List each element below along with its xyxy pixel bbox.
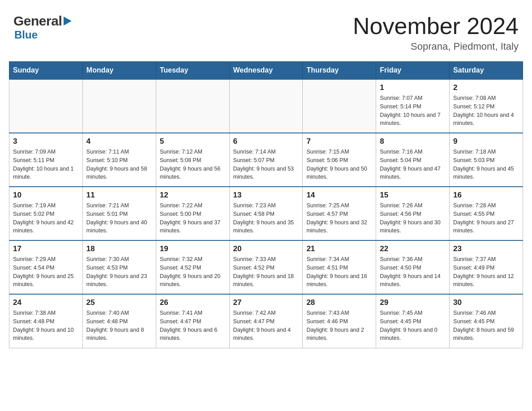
page-header: General Blue November 2024 Soprana, Pied… [9,9,523,52]
calendar-cell: 3Sunrise: 7:09 AMSunset: 5:11 PMDaylight… [9,133,83,187]
day-number: 30 [453,298,519,307]
day-info: Sunrise: 7:34 AMSunset: 4:51 PMDaylight:… [306,255,372,289]
calendar-cell: 17Sunrise: 7:29 AMSunset: 4:54 PMDayligh… [9,240,83,294]
calendar-table: SundayMondayTuesdayWednesdayThursdayFrid… [9,61,523,348]
day-info: Sunrise: 7:09 AMSunset: 5:11 PMDaylight:… [13,148,79,181]
day-number: 28 [306,298,372,307]
calendar-cell: 26Sunrise: 7:41 AMSunset: 4:47 PMDayligh… [156,294,229,348]
calendar-cell: 9Sunrise: 7:18 AMSunset: 5:03 PMDaylight… [450,133,523,187]
calendar-cell: 23Sunrise: 7:37 AMSunset: 4:49 PMDayligh… [450,240,523,294]
week-row: 1Sunrise: 7:07 AMSunset: 5:14 PMDaylight… [9,79,523,133]
calendar-cell: 13Sunrise: 7:23 AMSunset: 4:58 PMDayligh… [229,187,303,240]
day-number: 23 [453,244,519,253]
day-number: 25 [86,298,152,307]
day-number: 21 [306,244,372,253]
calendar-cell: 16Sunrise: 7:28 AMSunset: 4:55 PMDayligh… [450,187,523,240]
day-info: Sunrise: 7:40 AMSunset: 4:48 PMDaylight:… [86,309,152,342]
day-number: 2 [453,83,519,92]
day-info: Sunrise: 7:23 AMSunset: 4:58 PMDaylight:… [233,201,299,235]
day-info: Sunrise: 7:19 AMSunset: 5:02 PMDaylight:… [13,201,79,235]
calendar-cell [229,79,303,133]
day-info: Sunrise: 7:41 AMSunset: 4:47 PMDaylight:… [160,309,226,342]
day-info: Sunrise: 7:22 AMSunset: 5:00 PMDaylight:… [160,201,226,235]
calendar-cell: 18Sunrise: 7:30 AMSunset: 4:53 PMDayligh… [82,240,156,294]
day-info: Sunrise: 7:45 AMSunset: 4:45 PMDaylight:… [380,309,446,342]
day-info: Sunrise: 7:21 AMSunset: 5:01 PMDaylight:… [86,201,152,235]
day-info: Sunrise: 7:11 AMSunset: 5:10 PMDaylight:… [86,148,152,181]
title-area: November 2024 Soprana, Piedmont, Italy [353,13,519,52]
calendar-cell: 14Sunrise: 7:25 AMSunset: 4:57 PMDayligh… [303,187,376,240]
week-row: 10Sunrise: 7:19 AMSunset: 5:02 PMDayligh… [9,187,523,240]
day-number: 24 [13,298,79,307]
calendar-cell: 29Sunrise: 7:45 AMSunset: 4:45 PMDayligh… [376,294,450,348]
day-info: Sunrise: 7:29 AMSunset: 4:54 PMDaylight:… [13,255,79,289]
weekday-header: Saturday [450,62,523,80]
day-number: 14 [306,191,372,200]
day-number: 12 [160,191,226,200]
day-number: 6 [233,137,299,146]
calendar-cell [9,79,83,133]
day-number: 9 [453,137,519,146]
logo-blue-text: Blue [14,29,38,41]
calendar-cell: 4Sunrise: 7:11 AMSunset: 5:10 PMDaylight… [82,133,156,187]
day-info: Sunrise: 7:30 AMSunset: 4:53 PMDaylight:… [86,255,152,289]
calendar-cell [156,79,229,133]
calendar-cell: 25Sunrise: 7:40 AMSunset: 4:48 PMDayligh… [82,294,156,348]
calendar-cell: 27Sunrise: 7:42 AMSunset: 4:47 PMDayligh… [229,294,303,348]
logo-general-text: General [13,13,62,29]
day-info: Sunrise: 7:12 AMSunset: 5:08 PMDaylight:… [160,148,226,181]
day-number: 19 [160,244,226,253]
weekday-header: Sunday [9,62,83,80]
calendar-cell: 10Sunrise: 7:19 AMSunset: 5:02 PMDayligh… [9,187,83,240]
day-number: 4 [86,137,152,146]
calendar-cell: 19Sunrise: 7:32 AMSunset: 4:52 PMDayligh… [156,240,229,294]
day-info: Sunrise: 7:07 AMSunset: 5:14 PMDaylight:… [380,94,446,128]
location-title: Soprana, Piedmont, Italy [353,41,519,52]
month-title: November 2024 [353,13,519,39]
day-number: 17 [13,244,79,253]
day-info: Sunrise: 7:16 AMSunset: 5:04 PMDaylight:… [380,148,446,181]
weekday-header: Tuesday [156,62,229,80]
calendar-cell: 12Sunrise: 7:22 AMSunset: 5:00 PMDayligh… [156,187,229,240]
day-info: Sunrise: 7:08 AMSunset: 5:12 PMDaylight:… [453,94,519,128]
week-row: 17Sunrise: 7:29 AMSunset: 4:54 PMDayligh… [9,240,523,294]
day-info: Sunrise: 7:18 AMSunset: 5:03 PMDaylight:… [453,148,519,181]
day-info: Sunrise: 7:36 AMSunset: 4:50 PMDaylight:… [380,255,446,289]
day-number: 27 [233,298,299,307]
calendar-cell: 20Sunrise: 7:33 AMSunset: 4:52 PMDayligh… [229,240,303,294]
calendar-cell: 5Sunrise: 7:12 AMSunset: 5:08 PMDaylight… [156,133,229,187]
calendar-cell: 15Sunrise: 7:26 AMSunset: 4:56 PMDayligh… [376,187,450,240]
calendar-cell: 8Sunrise: 7:16 AMSunset: 5:04 PMDaylight… [376,133,450,187]
calendar-cell [82,79,156,133]
day-number: 16 [453,191,519,200]
day-info: Sunrise: 7:46 AMSunset: 4:45 PMDaylight:… [453,309,519,342]
calendar-cell: 1Sunrise: 7:07 AMSunset: 5:14 PMDaylight… [376,79,450,133]
logo-triangle-icon [64,17,72,26]
calendar-cell: 28Sunrise: 7:43 AMSunset: 4:46 PMDayligh… [303,294,376,348]
calendar-cell: 6Sunrise: 7:14 AMSunset: 5:07 PMDaylight… [229,133,303,187]
weekday-header: Wednesday [229,62,303,80]
day-number: 15 [380,191,446,200]
day-info: Sunrise: 7:42 AMSunset: 4:47 PMDaylight:… [233,309,299,342]
day-number: 29 [380,298,446,307]
day-info: Sunrise: 7:38 AMSunset: 4:48 PMDaylight:… [13,309,79,342]
day-number: 11 [86,191,152,200]
day-info: Sunrise: 7:15 AMSunset: 5:06 PMDaylight:… [306,148,372,181]
day-info: Sunrise: 7:25 AMSunset: 4:57 PMDaylight:… [306,201,372,235]
day-number: 18 [86,244,152,253]
day-info: Sunrise: 7:14 AMSunset: 5:07 PMDaylight:… [233,148,299,181]
weekday-header-row: SundayMondayTuesdayWednesdayThursdayFrid… [9,62,523,80]
day-number: 10 [13,191,79,200]
weekday-header: Thursday [303,62,376,80]
calendar-cell: 11Sunrise: 7:21 AMSunset: 5:01 PMDayligh… [82,187,156,240]
calendar-cell [303,79,376,133]
calendar-cell: 2Sunrise: 7:08 AMSunset: 5:12 PMDaylight… [450,79,523,133]
day-number: 22 [380,244,446,253]
day-info: Sunrise: 7:28 AMSunset: 4:55 PMDaylight:… [453,201,519,235]
day-number: 3 [13,137,79,146]
day-number: 1 [380,83,446,92]
weekday-header: Monday [82,62,156,80]
logo: General Blue [13,13,72,41]
day-number: 26 [160,298,226,307]
weekday-header: Friday [376,62,450,80]
